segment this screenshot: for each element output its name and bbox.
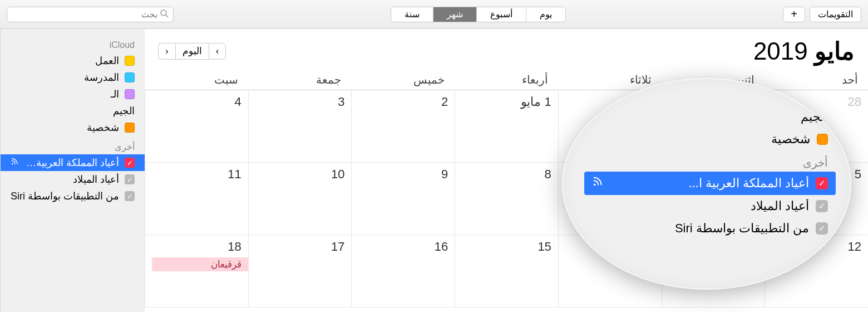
sidebar-calendar-item[interactable]: الجيم xyxy=(1,103,145,119)
search-input[interactable] xyxy=(12,9,157,19)
color-dot-icon xyxy=(817,134,828,145)
mag-label: أعياد المملكة العربية ا... xyxy=(611,176,809,191)
sidebar-item-label: أعياد الميلاد xyxy=(11,173,119,186)
date-number: 17 xyxy=(255,240,345,254)
mag-item[interactable]: ✓ من التطبيقات بواسطة Siri xyxy=(584,217,836,240)
weekday-label: جمعة xyxy=(248,70,352,90)
event-pill[interactable]: قرقيعان xyxy=(152,257,249,271)
date-number: 15 xyxy=(462,240,551,254)
mag-item-selected[interactable]: ✓ أعياد المملكة العربية ا... xyxy=(584,172,836,195)
mag-label: أعياد الميلاد xyxy=(592,199,809,213)
checkbox-checked-icon[interactable]: ✓ xyxy=(816,177,828,189)
svg-point-0 xyxy=(161,10,166,16)
checkbox-checked-icon[interactable]: ✓ xyxy=(125,191,135,201)
view-year[interactable]: سنة xyxy=(391,7,433,22)
color-dot-icon xyxy=(125,56,135,66)
checkbox-checked-icon[interactable]: ✓ xyxy=(816,200,828,212)
view-week[interactable]: أسبوع xyxy=(476,7,526,22)
date-number: 4 xyxy=(152,95,241,109)
date-number: 11 xyxy=(152,167,241,182)
calendar-cell[interactable]: 11 xyxy=(145,163,248,235)
color-dot-icon xyxy=(125,89,135,99)
mag-item: الجيم xyxy=(584,106,836,128)
sidebar-item-label: العمل xyxy=(11,55,119,67)
svg-point-3 xyxy=(594,184,596,186)
add-button[interactable]: + xyxy=(783,7,805,22)
broadcast-icon xyxy=(11,157,19,168)
calendar-cell[interactable]: 17 xyxy=(248,235,352,308)
weekday-label: ثلاثاء xyxy=(558,70,662,90)
calendar-cell[interactable]: 18قرقيعان xyxy=(145,235,248,308)
view-month[interactable]: شهر xyxy=(433,7,476,22)
date-number: 10 xyxy=(255,167,345,182)
date-number: 3 xyxy=(255,95,345,109)
search-field[interactable] xyxy=(7,7,174,22)
sidebar-item-label: أعياد المملكة العربية ا... xyxy=(25,157,119,169)
search-icon xyxy=(160,9,169,20)
next-button[interactable]: ‹ xyxy=(158,43,175,60)
calendar-cell[interactable]: 15 xyxy=(455,235,558,308)
sidebar-calendar-item[interactable]: شخصية xyxy=(1,119,145,136)
date-number: 2 xyxy=(358,95,448,109)
date-number: 9 xyxy=(358,167,448,182)
mag-label: الجيم xyxy=(592,110,828,124)
sidebar-item-label: من التطبيقات بواسطة Siri xyxy=(11,190,119,202)
mag-label: من التطبيقات بواسطة Siri xyxy=(592,221,809,236)
sidebar-item-label: الـ xyxy=(11,88,119,100)
nav-buttons: › اليوم ‹ xyxy=(158,43,226,60)
calendars-button[interactable]: التقويمات xyxy=(810,7,861,22)
color-dot-icon xyxy=(125,123,135,133)
sidebar-heading-icloud: iCloud xyxy=(1,38,145,52)
date-number: 16 xyxy=(358,240,448,254)
calendar-cell[interactable]: 3 xyxy=(248,90,352,163)
color-dot-icon xyxy=(125,72,135,82)
date-number: 8 xyxy=(462,167,551,182)
view-day[interactable]: يوم xyxy=(526,7,565,22)
sidebar-item-label: الجيم xyxy=(11,105,135,117)
sidebar-item-label: المدرسة xyxy=(11,71,119,84)
sidebar-calendar-item[interactable]: ✓أعياد الميلاد xyxy=(1,171,145,188)
calendar-cell[interactable]: 10 xyxy=(248,163,352,235)
month-title: مايو 2019 xyxy=(753,37,855,65)
calendar-cell[interactable]: 4 xyxy=(145,90,248,163)
calendar-cell[interactable]: 2 xyxy=(351,90,455,163)
mag-heading: أخرى xyxy=(584,150,836,172)
broadcast-icon xyxy=(592,176,604,191)
mag-item: شخصية xyxy=(584,128,836,150)
sidebar-calendar-item[interactable]: الـ xyxy=(1,86,145,103)
sidebar-calendar-item[interactable]: ✓أعياد المملكة العربية ا... xyxy=(1,154,145,171)
mag-item[interactable]: ✓ أعياد الميلاد xyxy=(584,195,836,217)
weekday-label: أربعاء xyxy=(455,70,558,90)
checkbox-checked-icon[interactable]: ✓ xyxy=(816,222,828,235)
sidebar-calendar-item[interactable]: المدرسة xyxy=(1,69,145,86)
sidebar-heading-other: أخرى xyxy=(1,139,145,154)
sidebar-calendar-item[interactable]: العمل xyxy=(1,52,145,69)
view-segmented-control: يوم أسبوع شهر سنة xyxy=(391,7,566,22)
svg-point-2 xyxy=(12,163,13,165)
calendar-cell[interactable]: 8 xyxy=(455,163,558,235)
mag-label: شخصية xyxy=(592,132,810,147)
date-number: 1 مايو xyxy=(462,95,551,109)
toolbar: التقويمات + يوم أسبوع شهر سنة xyxy=(0,0,868,29)
magnifier-overlay: الجيم شخصية أخرى ✓ أعياد المملكة العربية… xyxy=(562,78,851,290)
checkbox-checked-icon[interactable]: ✓ xyxy=(125,158,135,168)
today-button[interactable]: اليوم xyxy=(175,43,209,60)
weekday-label: سبت xyxy=(145,70,248,90)
sidebar-calendar-item[interactable]: ✓من التطبيقات بواسطة Siri xyxy=(1,188,145,204)
weekday-label: خميس xyxy=(351,70,455,90)
sidebar-item-label: شخصية xyxy=(11,121,119,134)
weekday-label: أحد xyxy=(765,70,868,90)
prev-button[interactable]: › xyxy=(209,43,226,60)
svg-line-1 xyxy=(166,15,168,17)
sidebar: iCloud العملالمدرسةالـالجيمشخصية أخرى ✓أ… xyxy=(0,29,145,312)
calendar-cell[interactable]: 1 مايو xyxy=(455,90,558,163)
calendar-cell[interactable]: 9 xyxy=(351,163,455,235)
date-number: 18 xyxy=(152,240,241,254)
checkbox-checked-icon[interactable]: ✓ xyxy=(125,174,135,184)
calendar-cell[interactable]: 16 xyxy=(351,235,455,308)
